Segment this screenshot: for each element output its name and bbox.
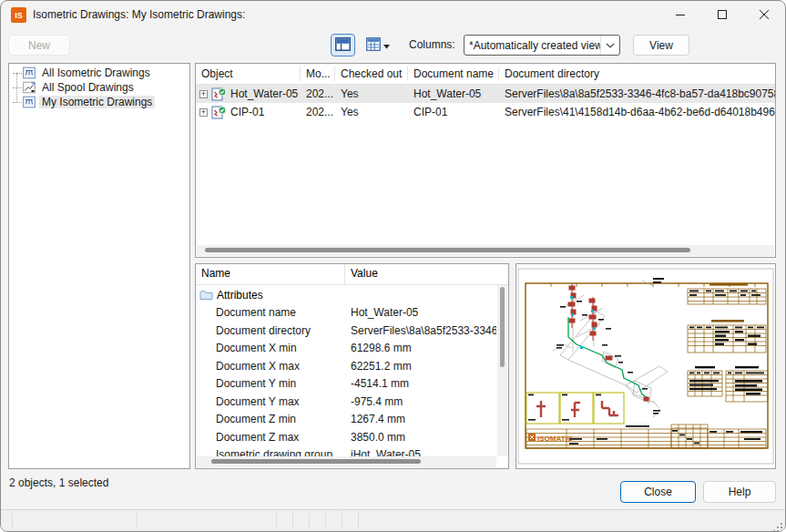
isometric-drawing-icon: [23, 66, 36, 79]
svg-text:ISOMATIC: ISOMATIC: [537, 435, 573, 443]
attribute-row[interactable]: Document Z min 1267.4 mm: [196, 411, 496, 429]
object-name: CIP-01: [230, 106, 264, 118]
statusbar-divider: [325, 513, 326, 528]
attribute-row[interactable]: Document Y min -4514.1 mm: [196, 375, 496, 394]
isometric-drawings-dialog: IS Isometric Drawings: My Isometric Draw…: [0, 0, 786, 532]
scrollbar-thumb[interactable]: [205, 248, 690, 252]
attribute-row[interactable]: Document Y max -975.4 mm: [196, 393, 496, 411]
isometric-drawing-icon: [23, 96, 36, 108]
document-name-cell: Hot_Water-05: [408, 87, 499, 100]
attributes-header: Name Value: [196, 264, 508, 285]
tree-item-all-spool-drawings[interactable]: All Spool Drawings: [9, 80, 189, 95]
statusbar-divider: [292, 513, 293, 528]
title-bar: IS Isometric Drawings: My Isometric Draw…: [1, 1, 785, 28]
statusbar-divider: [358, 513, 359, 528]
attribute-row[interactable]: Document name Hot_Water-05: [196, 304, 496, 322]
table-view-icon: [366, 37, 381, 54]
column-header-checked-out[interactable]: Checked out: [335, 66, 408, 81]
window-title: Isometric Drawings: My Isometric Drawing…: [33, 1, 245, 28]
columns-label: Columns:: [409, 34, 455, 56]
chevron-down-icon: [600, 36, 619, 55]
document-directory-cell: ServerFiles\8a\8a5f2533-3346-4fc8-ba57-d…: [499, 87, 775, 100]
table-view-menu-button[interactable]: [362, 34, 394, 56]
dropdown-caret-icon: [383, 38, 390, 52]
horizontal-scrollbar[interactable]: [197, 245, 774, 256]
column-header-modified[interactable]: Mo...: [301, 66, 335, 81]
modified-cell: 202...: [301, 106, 335, 118]
statusbar-divider: [137, 513, 138, 528]
split-view-toggle-button[interactable]: [331, 34, 355, 56]
close-button[interactable]: Close: [620, 481, 696, 503]
column-header-object[interactable]: Object: [196, 66, 301, 81]
checked-out-cell: Yes: [335, 106, 408, 118]
attributes-group-row[interactable]: Attributes: [196, 286, 496, 304]
isometric-preview: ISOMATIC: [515, 263, 776, 469]
attribute-row[interactable]: Document directory ServerFiles\8a\8a5f25…: [196, 322, 496, 340]
object-name: Hot_Water-05: [230, 87, 298, 100]
document-directory-cell: ServerFiles\41\4158d14b-d6aa-4b62-be6d-d…: [499, 106, 775, 118]
view-button[interactable]: View: [633, 35, 689, 56]
columns-select[interactable]: *Automatically created view: [464, 35, 620, 56]
spool-drawing-icon: [23, 81, 36, 94]
drawing-tree-panel: All Isometric Drawings All Spool Drawing…: [8, 63, 190, 469]
modified-cell: 202...: [301, 87, 335, 100]
close-window-button[interactable]: [743, 1, 785, 28]
table-row[interactable]: + CIP-01 202... Yes CIP-01 ServerFiles\4…: [196, 103, 775, 121]
expand-icon[interactable]: +: [199, 90, 208, 98]
tree-item-all-isometric-drawings[interactable]: All Isometric Drawings: [9, 66, 189, 80]
vertical-scrollbar[interactable]: [497, 285, 507, 456]
object-list-panel: Object Mo... Checked out Document name D…: [195, 63, 776, 258]
column-header-name[interactable]: Name: [196, 264, 345, 284]
expand-icon[interactable]: +: [199, 108, 208, 117]
isometric-drawing-sheet: ISOMATIC: [516, 264, 775, 468]
split-view-icon: [335, 37, 351, 54]
statusbar-divider: [342, 513, 342, 528]
status-text: 2 objects, 1 selected: [9, 476, 108, 489]
attribute-row[interactable]: Document Z max 3850.0 mm: [196, 428, 496, 446]
statusbar-divider: [276, 513, 277, 528]
isometric-document-checked-icon: [211, 87, 227, 101]
table-row[interactable]: + Hot_Water-05 202... Yes Hot_Water-05 S…: [196, 85, 775, 103]
statusbar-divider: [309, 513, 310, 528]
help-button[interactable]: Help: [703, 481, 776, 503]
object-list-header: Object Mo... Checked out Document name D…: [196, 64, 775, 85]
resize-grip[interactable]: [773, 519, 782, 528]
maximize-button[interactable]: [701, 1, 743, 28]
attributes-panel: Name Value Attributes Document name Hot_…: [195, 263, 509, 469]
folder-icon: [199, 290, 213, 301]
column-header-document-directory[interactable]: Document directory: [499, 66, 775, 81]
minimize-button[interactable]: [659, 1, 701, 28]
statusbar-divider: [12, 513, 13, 528]
attribute-row[interactable]: Document X min 61298.6 mm: [196, 340, 496, 358]
checked-out-cell: Yes: [335, 87, 408, 100]
status-strip: [1, 509, 785, 531]
scrollbar-thumb[interactable]: [500, 287, 505, 367]
isometric-document-checked-icon: [211, 106, 227, 119]
tree-item-my-isometric-drawings[interactable]: My Isometric Drawings: [9, 95, 189, 109]
app-icon: IS: [11, 7, 26, 23]
column-header-value[interactable]: Value: [345, 264, 378, 284]
document-name-cell: CIP-01: [408, 106, 499, 118]
column-header-document-name[interactable]: Document name: [408, 66, 499, 81]
horizontal-scrollbar[interactable]: [197, 456, 496, 467]
scrollbar-thumb[interactable]: [211, 459, 421, 464]
attribute-row[interactable]: Document X max 62251.2 mm: [196, 357, 496, 375]
columns-select-value: *Automatically created view: [464, 39, 600, 52]
new-button[interactable]: New: [8, 35, 70, 56]
